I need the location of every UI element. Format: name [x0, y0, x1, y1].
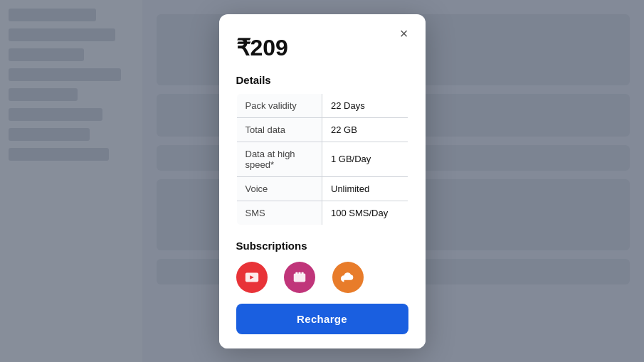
plan-price: ₹209: [236, 34, 408, 61]
row-value: 22 GB: [322, 117, 408, 142]
modal-dialog: × ₹209 Details Pack validity22 DaysTotal…: [219, 14, 426, 348]
modal-footer: Recharge: [219, 295, 426, 348]
row-label: Pack validity: [236, 93, 322, 117]
subscription-item-jiotv: JioTV: [236, 262, 268, 295]
details-section-title: Details: [236, 74, 408, 86]
details-table: Pack validity22 DaysTotal data22 GBData …: [236, 93, 408, 225]
subscriptions-section-title: Subscriptions: [236, 240, 408, 252]
svg-rect-5: [302, 272, 304, 274]
recharge-button[interactable]: Recharge: [236, 304, 408, 334]
table-row: Total data22 GB: [236, 117, 408, 142]
modal-overlay: × ₹209 Details Pack validity22 DaysTotal…: [0, 0, 644, 362]
row-label: Data at high speed*: [236, 142, 322, 176]
subscription-item-jiocloud: JioCloud: [332, 262, 364, 295]
svg-rect-2: [294, 273, 306, 282]
svg-rect-4: [299, 272, 301, 274]
jiotv-icon: [236, 262, 268, 293]
svg-rect-3: [296, 272, 298, 274]
close-button[interactable]: ×: [394, 24, 414, 44]
table-row: Pack validity22 Days: [236, 93, 408, 117]
table-row: VoiceUnlimited: [236, 176, 408, 201]
subscription-item-jiocinema: JioCinema: [282, 262, 319, 295]
table-row: Data at high speed*1 GB/Day: [236, 142, 408, 176]
jiocinema-icon: [284, 262, 315, 293]
row-label: Total data: [236, 117, 322, 142]
jiocloud-icon: [332, 262, 364, 293]
row-value: Unlimited: [322, 176, 408, 201]
modal-content: ₹209 Details Pack validity22 DaysTotal d…: [219, 14, 426, 295]
row-label: Voice: [236, 176, 322, 201]
table-row: SMS100 SMS/Day: [236, 201, 408, 225]
row-value: 22 Days: [322, 93, 408, 117]
subscriptions-row: JioTV JioCinema JioCloud: [236, 262, 408, 295]
row-value: 1 GB/Day: [322, 142, 408, 176]
row-value: 100 SMS/Day: [322, 201, 408, 225]
row-label: SMS: [236, 201, 322, 225]
